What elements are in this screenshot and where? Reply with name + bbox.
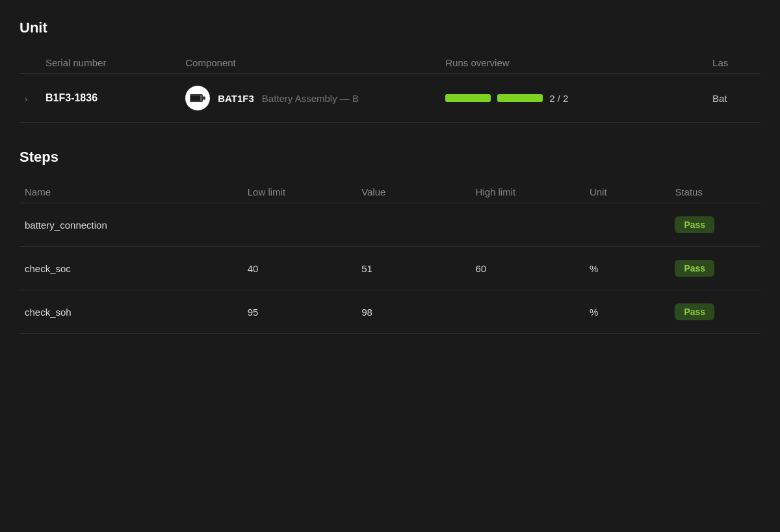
runs-count-value: 2 / 2 [549, 93, 568, 104]
unit-th-runs: Runs overview [445, 52, 712, 74]
step-lowlimit-1: 40 [248, 247, 361, 290]
serial-number-value: B1F3-1836 [46, 92, 98, 103]
steps-header-row: Name Low limit Value High limit Unit Sta… [20, 181, 760, 203]
component-icon [185, 86, 210, 110]
steps-th-highlimit: High limit [476, 181, 590, 203]
step-lowlimit-2: 95 [248, 290, 361, 334]
steps-table: Name Low limit Value High limit Unit Sta… [20, 181, 760, 334]
steps-th-unit: Unit [590, 181, 675, 203]
unit-th-component: Component [185, 52, 445, 74]
steps-table-row: check_soc405160%Pass [20, 247, 760, 290]
unit-table-row: › B1F3-1836 [20, 74, 760, 123]
unit-table-header-row: Serial number Component Runs overview La… [20, 52, 760, 74]
step-name-2: check_soh [20, 290, 248, 334]
steps-th-name: Name [20, 181, 248, 203]
steps-th-status: Status [675, 181, 760, 203]
steps-table-row: check_soh9598%Pass [20, 290, 760, 334]
unit-th-empty [20, 52, 46, 74]
component-description: Battery Assembly — B [262, 93, 359, 104]
unit-section: Unit Serial number Component Runs overvi… [20, 19, 760, 123]
last-run-value: Bat [712, 93, 727, 104]
steps-th-value: Value [361, 181, 475, 203]
steps-th-lowlimit: Low limit [248, 181, 361, 203]
step-name-1: check_soc [20, 247, 248, 290]
status-badge: Pass [675, 260, 714, 277]
component-code: BAT1F3 [218, 93, 254, 104]
step-value-1: 51 [361, 247, 475, 290]
last-run-cell: Bat [712, 74, 760, 123]
component-content: BAT1F3 Battery Assembly — B [185, 86, 437, 110]
steps-section: Steps Name Low limit Value High limit Un… [20, 149, 760, 334]
expand-arrow-icon[interactable]: › [25, 94, 27, 104]
unit-title: Unit [20, 19, 760, 36]
battery-svg-icon [190, 93, 205, 103]
run-bar-2 [497, 94, 543, 102]
step-status-0: Pass [675, 203, 760, 247]
steps-table-row: battery_connectionPass [20, 203, 760, 247]
step-value-0 [361, 203, 475, 247]
run-bar-1 [445, 94, 491, 102]
step-lowlimit-0 [248, 203, 361, 247]
unit-th-last: Las [712, 52, 760, 74]
step-unit-2: % [590, 290, 675, 334]
svg-rect-2 [203, 97, 205, 100]
step-value-2: 98 [361, 290, 475, 334]
step-name-0: battery_connection [20, 203, 248, 247]
steps-title: Steps [20, 149, 760, 166]
runs-overview-content: 2 / 2 [445, 93, 705, 104]
unit-th-serial: Serial number [46, 52, 185, 74]
step-unit-1: % [590, 247, 675, 290]
step-highlimit-0 [476, 203, 590, 247]
unit-table: Serial number Component Runs overview La… [20, 52, 760, 123]
step-unit-0 [590, 203, 675, 247]
serial-number-cell: B1F3-1836 [46, 74, 185, 123]
expand-cell[interactable]: › [20, 74, 46, 123]
page-container: Unit Serial number Component Runs overvi… [0, 0, 780, 353]
component-cell: BAT1F3 Battery Assembly — B [185, 74, 445, 123]
runs-overview-cell: 2 / 2 [445, 74, 712, 123]
step-status-1: Pass [675, 247, 760, 290]
step-highlimit-1: 60 [476, 247, 590, 290]
step-status-2: Pass [675, 290, 760, 334]
status-badge: Pass [675, 216, 714, 233]
step-highlimit-2 [476, 290, 590, 334]
svg-rect-3 [191, 95, 200, 101]
status-badge: Pass [675, 303, 714, 320]
